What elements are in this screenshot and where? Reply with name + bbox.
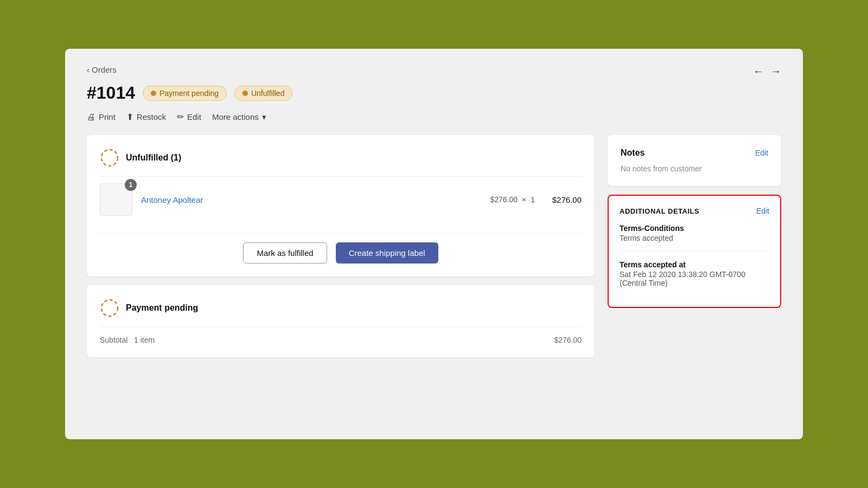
payment-card: Payment pending Subtotal 1 item $276.00 bbox=[87, 285, 595, 357]
more-actions-label: More actions bbox=[212, 112, 259, 121]
toolbar: 🖨 Print ⬆ Restock ✏ Edit More actions ▾ bbox=[87, 112, 781, 122]
multiplier-icon: × bbox=[522, 195, 526, 204]
payment-badge-label: Payment pending bbox=[159, 89, 219, 98]
divider bbox=[620, 251, 769, 252]
order-number: #1014 bbox=[87, 83, 135, 103]
terms-accepted-at-label: Terms accepted at bbox=[620, 260, 769, 269]
right-panel: Notes Edit No notes from customer ADDITI… bbox=[608, 135, 781, 357]
notes-content: No notes from customer bbox=[621, 164, 768, 173]
payment-title: Payment pending bbox=[126, 303, 198, 313]
back-label: Orders bbox=[92, 65, 117, 74]
additional-edit-link[interactable]: Edit bbox=[756, 207, 769, 215]
svg-point-0 bbox=[101, 150, 118, 166]
payment-dot-icon bbox=[151, 91, 156, 96]
nav-arrows: ← → bbox=[753, 65, 781, 78]
terms-accepted-at-value: Sat Feb 12 2020 13:38:20 GMT-0700 (Centr… bbox=[620, 270, 769, 287]
print-icon: 🖨 bbox=[87, 112, 95, 122]
subtotal-row: Subtotal 1 item $276.00 bbox=[100, 326, 582, 344]
product-total: $276.00 bbox=[544, 195, 582, 204]
unfulfilled-badge: Unfulfilled bbox=[234, 86, 292, 101]
restock-label: Restock bbox=[137, 112, 166, 121]
unfulfilled-badge-label: Unfulfilled bbox=[251, 89, 284, 98]
print-button[interactable]: 🖨 Print bbox=[87, 112, 116, 122]
notes-card: Notes Edit No notes from customer bbox=[608, 135, 781, 186]
product-quantity: 1 bbox=[531, 195, 535, 204]
restock-icon: ⬆ bbox=[126, 112, 133, 122]
card-actions: Mark as fulfilled Create shipping label bbox=[100, 233, 582, 264]
edit-button[interactable]: ✏ Edit bbox=[177, 112, 201, 122]
print-label: Print bbox=[99, 112, 116, 121]
unfulfilled-header: Unfulfilled (1) bbox=[100, 148, 582, 168]
mark-as-fulfilled-button[interactable]: Mark as fulfilled bbox=[243, 242, 327, 264]
additional-title: ADDITIONAL DETAILS bbox=[620, 207, 699, 215]
product-name[interactable]: Antoney Apoltear bbox=[141, 195, 481, 204]
notes-title: Notes bbox=[621, 148, 644, 158]
chevron-down-icon: ▾ bbox=[262, 112, 266, 122]
terms-conditions-group: Terms-Conditions Terms accepted bbox=[620, 224, 769, 242]
additional-header: ADDITIONAL DETAILS Edit bbox=[620, 207, 769, 215]
order-header: #1014 Payment pending Unfulfilled bbox=[87, 83, 781, 103]
next-button[interactable]: → bbox=[770, 65, 781, 78]
unfulfilled-dot-icon bbox=[242, 91, 248, 96]
product-unit-price: $276.00 bbox=[490, 195, 518, 204]
terms-conditions-label: Terms-Conditions bbox=[620, 224, 769, 233]
product-qty-badge: 1 bbox=[125, 179, 137, 191]
unfulfilled-status-icon bbox=[100, 148, 119, 168]
notes-edit-link[interactable]: Edit bbox=[755, 149, 768, 157]
product-price-info: $276.00 × 1 bbox=[490, 195, 535, 204]
subtotal-label: Subtotal 1 item bbox=[100, 336, 155, 344]
more-actions-button[interactable]: More actions ▾ bbox=[212, 112, 266, 122]
product-row: 1 Antoney Apoltear $276.00 × 1 $276.00 bbox=[100, 176, 582, 222]
subtotal-items: 1 item bbox=[134, 336, 155, 344]
create-shipping-label-button[interactable]: Create shipping label bbox=[336, 242, 438, 264]
unfulfilled-title: Unfulfilled (1) bbox=[126, 153, 181, 163]
terms-conditions-value: Terms accepted bbox=[620, 234, 769, 242]
back-arrow-icon: ‹ bbox=[87, 65, 90, 74]
notes-header: Notes Edit bbox=[621, 148, 768, 158]
main-window: ‹ Orders ← → #1014 Payment pending Unful… bbox=[65, 49, 803, 439]
payment-badge: Payment pending bbox=[143, 86, 227, 101]
payment-status-icon bbox=[100, 298, 119, 318]
terms-accepted-at-group: Terms accepted at Sat Feb 12 2020 13:38:… bbox=[620, 260, 769, 287]
svg-point-1 bbox=[101, 300, 118, 316]
edit-label: Edit bbox=[187, 112, 201, 121]
main-content: Unfulfilled (1) 1 Antoney Apoltear $276.… bbox=[87, 135, 781, 357]
prev-button[interactable]: ← bbox=[753, 65, 764, 78]
subtotal-value: $276.00 bbox=[554, 336, 582, 344]
unfulfilled-card: Unfulfilled (1) 1 Antoney Apoltear $276.… bbox=[87, 135, 595, 277]
left-panel: Unfulfilled (1) 1 Antoney Apoltear $276.… bbox=[87, 135, 595, 357]
restock-button[interactable]: ⬆ Restock bbox=[126, 112, 166, 122]
edit-icon: ✏ bbox=[177, 112, 184, 122]
product-image-wrapper: 1 bbox=[100, 183, 132, 216]
back-nav[interactable]: ‹ Orders bbox=[87, 65, 781, 74]
payment-header: Payment pending bbox=[100, 298, 582, 318]
additional-details-card: ADDITIONAL DETAILS Edit Terms-Conditions… bbox=[608, 195, 781, 308]
